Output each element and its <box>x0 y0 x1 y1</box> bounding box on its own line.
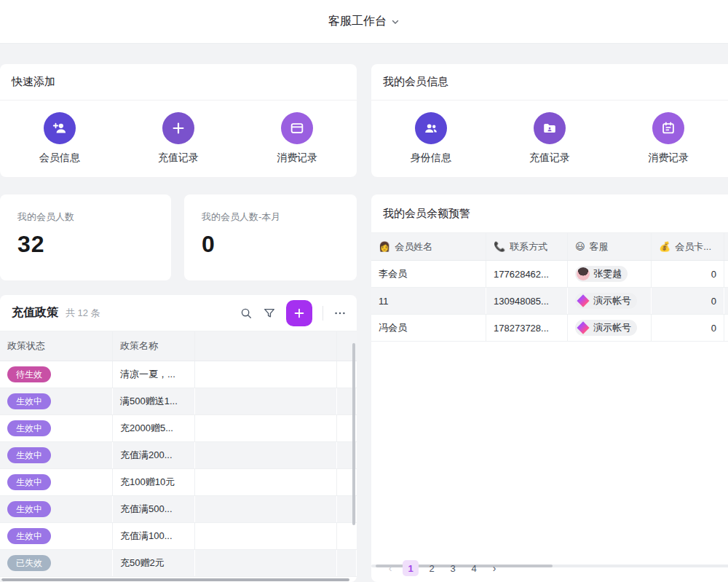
balance-table-header: 👩 会员姓名 📞 联系方式 😃 客服 💰 会员卡... <box>371 233 728 261</box>
table-row[interactable]: 冯会员 178273728... 演示帐号 0 <box>371 315 728 342</box>
avatar <box>577 321 590 334</box>
table-row[interactable]: 生效中 充值满500... <box>0 496 357 523</box>
member-phone: 130948085... <box>486 288 568 314</box>
column-header-status[interactable]: 政策状态 <box>0 331 113 361</box>
quick-add-card: 快速添加 会员信息 充值记录 消费记录 <box>0 64 357 177</box>
vertical-scrollbar[interactable] <box>352 343 355 525</box>
moneybag-emoji-icon: 💰 <box>659 241 670 252</box>
app-title-switcher[interactable]: 客服工作台 <box>328 14 400 29</box>
pagination-page-3[interactable]: 3 <box>445 560 461 576</box>
pagination: ‹ 1 2 3 4 › <box>383 560 502 576</box>
policy-name: 清凉一夏，... <box>113 361 195 388</box>
recharge-record-action[interactable]: 充值记录 <box>490 112 609 165</box>
toolbar-divider <box>323 306 323 321</box>
policy-count: 共 12 条 <box>66 307 100 320</box>
balance-warning-title: 我的会员余额预警 <box>383 207 470 221</box>
pagination-page-2[interactable]: 2 <box>424 560 440 576</box>
table-row[interactable]: 待生效 清凉一夏，... <box>0 361 357 388</box>
quick-add-actions: 会员信息 充值记录 消费记录 <box>0 101 357 176</box>
status-badge: 生效中 <box>7 420 51 436</box>
pagination-page-1[interactable]: 1 <box>403 560 419 576</box>
member-name: 冯会员 <box>371 315 486 341</box>
status-badge: 生效中 <box>7 393 51 409</box>
customer-service-workbench: 客服工作台 快速添加 会员信息 充值记录 <box>0 0 728 582</box>
policy-card-header: 充值政策 共 12 条 <box>0 295 357 331</box>
policy-toolbar <box>240 300 347 326</box>
quick-add-consume-record[interactable]: 消费记录 <box>238 112 357 165</box>
balance-warning-card: 我的会员余额预警 ··· 👩 会员姓名 📞 联系方式 😃 客服 💰 <box>371 194 728 582</box>
table-row[interactable]: 生效中 充值满100... <box>0 523 357 550</box>
consume-record-action[interactable]: 消费记录 <box>609 112 728 165</box>
add-record-button[interactable] <box>286 300 312 326</box>
woman-emoji-icon: 👩 <box>379 241 390 252</box>
action-label: 消费记录 <box>648 152 689 165</box>
identity-info-action[interactable]: 身份信息 <box>371 112 490 165</box>
plus-icon <box>162 112 194 144</box>
stat-card-month-members: 我的会员人数-本月 0 <box>184 194 357 280</box>
status-badge: 生效中 <box>7 501 51 517</box>
table-row[interactable]: 生效中 充2000赠5... <box>0 415 357 442</box>
action-label: 充值记录 <box>158 152 199 165</box>
status-badge: 生效中 <box>7 528 51 544</box>
agent-name: 演示帐号 <box>593 321 631 334</box>
quick-add-title: 快速添加 <box>12 75 55 89</box>
agent-name: 张雯越 <box>593 267 622 280</box>
my-member-info-actions: 身份信息 充值记录 消费记录 <box>371 101 728 176</box>
table-row[interactable]: 生效中 充值满200... <box>0 442 357 469</box>
status-badge: 已失效 <box>7 555 51 571</box>
smiley-emoji-icon: 😃 <box>575 241 585 252</box>
member-name: 11 <box>371 288 486 314</box>
table-row[interactable]: 11 130948085... 演示帐号 0 <box>371 288 728 315</box>
column-header-card-balance[interactable]: 💰 会员卡... <box>652 233 724 260</box>
stat-label: 我的会员人数-本月 <box>202 211 339 224</box>
search-icon[interactable] <box>240 307 253 320</box>
status-badge: 待生效 <box>7 366 51 382</box>
my-member-info-card: 我的会员信息 身份信息 充值记录 消费记录 <box>371 64 728 177</box>
column-header-contact[interactable]: 📞 联系方式 <box>486 233 568 260</box>
quick-add-member-info[interactable]: 会员信息 <box>0 112 119 165</box>
policy-table: 政策状态 政策名称 待生效 清凉一夏，... 生效中 满500赠送1... 生效… <box>0 331 357 577</box>
card-icon <box>281 112 313 144</box>
stat-value: 32 <box>17 231 154 258</box>
table-row[interactable]: 李会员 177628462... 张雯越 0 <box>371 261 728 288</box>
card-balance: 0 <box>652 315 724 341</box>
policy-name: 充100赠10元 <box>113 469 195 495</box>
pagination-next-icon[interactable]: › <box>487 560 502 576</box>
policy-name: 充值满500... <box>113 496 195 522</box>
recharge-policy-card: 充值政策 共 12 条 政策状态 政策名称 <box>0 295 357 582</box>
people-icon <box>415 112 447 144</box>
column-header-member-name[interactable]: 👩 会员姓名 <box>371 233 486 260</box>
card-balance: 0 <box>652 288 724 314</box>
policy-name: 满500赠送1... <box>113 388 195 414</box>
agent-name: 演示帐号 <box>593 294 631 307</box>
policy-name: 充50赠2元 <box>113 550 195 576</box>
member-phone: 177628462... <box>486 261 568 287</box>
table-row[interactable]: 已失效 充50赠2元 <box>0 550 357 577</box>
table-row[interactable]: 生效中 充100赠10元 <box>0 469 357 496</box>
balance-warning-table: 👩 会员姓名 📞 联系方式 😃 客服 💰 会员卡... 李会员 <box>371 233 728 342</box>
quick-add-recharge-record[interactable]: 充值记录 <box>119 112 237 165</box>
chevron-down-icon <box>391 17 400 26</box>
more-icon[interactable] <box>333 307 347 320</box>
member-phone: 178273728... <box>486 315 568 341</box>
calendar-icon <box>652 112 684 144</box>
policy-name: 充值满100... <box>113 523 195 549</box>
policy-table-header: 政策状态 政策名称 <box>0 331 357 361</box>
pagination-page-4[interactable]: 4 <box>466 560 482 576</box>
member-add-icon <box>44 112 76 144</box>
agent-pill: 演示帐号 <box>575 293 637 309</box>
column-header-empty <box>195 331 337 361</box>
action-label: 充值记录 <box>529 152 570 165</box>
pagination-prev-icon[interactable]: ‹ <box>383 560 397 576</box>
folder-person-icon <box>534 112 566 144</box>
filter-icon[interactable] <box>263 307 276 320</box>
column-header-name[interactable]: 政策名称 <box>113 331 195 361</box>
table-row[interactable]: 生效中 满500赠送1... <box>0 388 357 415</box>
action-label: 消费记录 <box>277 152 317 165</box>
column-header-agent[interactable]: 😃 客服 <box>568 233 652 260</box>
my-member-info-title: 我的会员信息 <box>383 75 448 89</box>
agent-pill: 张雯越 <box>575 266 628 282</box>
stat-label: 我的会员人数 <box>17 211 154 224</box>
top-bar: 客服工作台 <box>0 0 728 44</box>
horizontal-scrollbar[interactable] <box>1 578 349 581</box>
